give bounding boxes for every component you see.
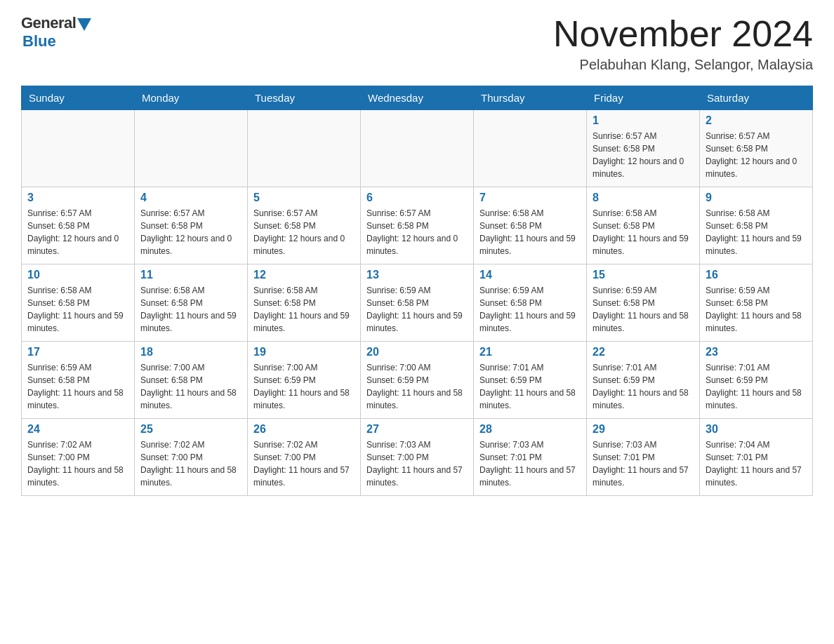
day-number: 13	[366, 269, 468, 281]
day-info: Sunrise: 7:01 AM Sunset: 6:59 PM Dayligh…	[479, 361, 581, 412]
day-info: Sunrise: 6:59 AM Sunset: 6:58 PM Dayligh…	[479, 284, 581, 335]
column-header-wednesday: Wednesday	[361, 86, 474, 110]
calendar-cell: 7Sunrise: 6:58 AM Sunset: 6:58 PM Daylig…	[474, 187, 587, 264]
calendar-cell: 17Sunrise: 6:59 AM Sunset: 6:58 PM Dayli…	[22, 342, 135, 419]
day-number: 22	[593, 346, 694, 358]
day-number: 10	[27, 269, 128, 281]
day-number: 16	[706, 269, 807, 281]
day-number: 4	[140, 192, 241, 204]
calendar-cell: 25Sunrise: 7:02 AM Sunset: 7:00 PM Dayli…	[135, 419, 248, 496]
day-info: Sunrise: 7:00 AM Sunset: 6:59 PM Dayligh…	[253, 361, 355, 412]
day-info: Sunrise: 6:57 AM Sunset: 6:58 PM Dayligh…	[366, 207, 468, 257]
calendar-cell: 10Sunrise: 6:58 AM Sunset: 6:58 PM Dayli…	[22, 264, 135, 342]
calendar-cell: 8Sunrise: 6:58 AM Sunset: 6:58 PM Daylig…	[587, 187, 700, 264]
calendar-cell: 15Sunrise: 6:59 AM Sunset: 6:58 PM Dayli…	[587, 264, 700, 342]
day-number: 9	[706, 192, 807, 204]
day-number: 19	[253, 346, 355, 358]
day-info: Sunrise: 6:59 AM Sunset: 6:58 PM Dayligh…	[366, 284, 468, 335]
calendar-cell: 19Sunrise: 7:00 AM Sunset: 6:59 PM Dayli…	[248, 342, 361, 419]
calendar-week-row: 10Sunrise: 6:58 AM Sunset: 6:58 PM Dayli…	[22, 264, 813, 342]
column-header-friday: Friday	[587, 86, 700, 110]
day-info: Sunrise: 7:03 AM Sunset: 7:01 PM Dayligh…	[479, 438, 581, 489]
logo: General Blue	[21, 14, 91, 51]
calendar-cell: 12Sunrise: 6:58 AM Sunset: 6:58 PM Dayli…	[248, 264, 361, 342]
day-info: Sunrise: 6:57 AM Sunset: 6:58 PM Dayligh…	[706, 130, 807, 180]
day-info: Sunrise: 6:58 AM Sunset: 6:58 PM Dayligh…	[253, 284, 355, 335]
calendar-cell: 28Sunrise: 7:03 AM Sunset: 7:01 PM Dayli…	[474, 419, 587, 496]
title-section: November 2024 Pelabuhan Klang, Selangor,…	[553, 14, 813, 73]
day-info: Sunrise: 6:57 AM Sunset: 6:58 PM Dayligh…	[27, 207, 128, 257]
day-number: 23	[706, 346, 807, 358]
calendar-cell: 26Sunrise: 7:02 AM Sunset: 7:00 PM Dayli…	[248, 419, 361, 496]
logo-blue-text: Blue	[22, 32, 56, 51]
calendar-cell: 27Sunrise: 7:03 AM Sunset: 7:00 PM Dayli…	[361, 419, 474, 496]
calendar-cell: 24Sunrise: 7:02 AM Sunset: 7:00 PM Dayli…	[22, 419, 135, 496]
calendar-cell: 23Sunrise: 7:01 AM Sunset: 6:59 PM Dayli…	[700, 342, 813, 419]
calendar-cell: 14Sunrise: 6:59 AM Sunset: 6:58 PM Dayli…	[474, 264, 587, 342]
day-info: Sunrise: 6:58 AM Sunset: 6:58 PM Dayligh…	[593, 207, 694, 257]
calendar-week-row: 17Sunrise: 6:59 AM Sunset: 6:58 PM Dayli…	[22, 342, 813, 419]
calendar-cell	[135, 110, 248, 187]
day-number: 5	[253, 192, 355, 204]
day-info: Sunrise: 6:57 AM Sunset: 6:58 PM Dayligh…	[140, 207, 241, 257]
day-number: 30	[706, 423, 807, 436]
column-header-saturday: Saturday	[700, 86, 813, 110]
day-info: Sunrise: 7:02 AM Sunset: 7:00 PM Dayligh…	[27, 438, 128, 489]
calendar-cell	[22, 110, 135, 187]
day-info: Sunrise: 7:04 AM Sunset: 7:01 PM Dayligh…	[706, 438, 807, 489]
column-header-thursday: Thursday	[474, 86, 587, 110]
column-header-tuesday: Tuesday	[248, 86, 361, 110]
day-info: Sunrise: 7:02 AM Sunset: 7:00 PM Dayligh…	[253, 438, 355, 489]
day-number: 27	[366, 423, 468, 436]
day-number: 6	[366, 192, 468, 204]
day-info: Sunrise: 7:03 AM Sunset: 7:00 PM Dayligh…	[366, 438, 468, 489]
calendar-cell	[474, 110, 587, 187]
calendar-header-row: SundayMondayTuesdayWednesdayThursdayFrid…	[22, 86, 813, 110]
day-number: 17	[27, 346, 128, 358]
calendar-cell: 20Sunrise: 7:00 AM Sunset: 6:59 PM Dayli…	[361, 342, 474, 419]
day-number: 7	[479, 192, 581, 204]
calendar-cell: 4Sunrise: 6:57 AM Sunset: 6:58 PM Daylig…	[135, 187, 248, 264]
calendar-cell: 3Sunrise: 6:57 AM Sunset: 6:58 PM Daylig…	[22, 187, 135, 264]
logo-triangle-icon	[77, 18, 91, 31]
day-number: 25	[140, 423, 241, 436]
calendar-cell: 6Sunrise: 6:57 AM Sunset: 6:58 PM Daylig…	[361, 187, 474, 264]
month-title: November 2024	[553, 14, 813, 54]
day-number: 3	[27, 192, 128, 204]
calendar-week-row: 24Sunrise: 7:02 AM Sunset: 7:00 PM Dayli…	[22, 419, 813, 496]
page-header: General Blue November 2024 Pelabuhan Kla…	[21, 14, 813, 73]
day-number: 28	[479, 423, 581, 436]
day-info: Sunrise: 6:57 AM Sunset: 6:58 PM Dayligh…	[253, 207, 355, 257]
day-number: 21	[479, 346, 581, 358]
calendar-cell: 5Sunrise: 6:57 AM Sunset: 6:58 PM Daylig…	[248, 187, 361, 264]
day-info: Sunrise: 6:57 AM Sunset: 6:58 PM Dayligh…	[593, 130, 694, 180]
calendar-cell: 30Sunrise: 7:04 AM Sunset: 7:01 PM Dayli…	[700, 419, 813, 496]
calendar-cell	[248, 110, 361, 187]
day-number: 24	[27, 423, 128, 436]
calendar-cell: 13Sunrise: 6:59 AM Sunset: 6:58 PM Dayli…	[361, 264, 474, 342]
day-number: 12	[253, 269, 355, 281]
calendar-cell: 22Sunrise: 7:01 AM Sunset: 6:59 PM Dayli…	[587, 342, 700, 419]
day-info: Sunrise: 7:00 AM Sunset: 6:59 PM Dayligh…	[366, 361, 468, 412]
day-info: Sunrise: 6:59 AM Sunset: 6:58 PM Dayligh…	[593, 284, 694, 335]
day-info: Sunrise: 6:59 AM Sunset: 6:58 PM Dayligh…	[706, 284, 807, 335]
column-header-monday: Monday	[135, 86, 248, 110]
calendar-week-row: 3Sunrise: 6:57 AM Sunset: 6:58 PM Daylig…	[22, 187, 813, 264]
day-number: 18	[140, 346, 241, 358]
calendar-cell: 21Sunrise: 7:01 AM Sunset: 6:59 PM Dayli…	[474, 342, 587, 419]
day-number: 14	[479, 269, 581, 281]
day-info: Sunrise: 7:00 AM Sunset: 6:58 PM Dayligh…	[140, 361, 241, 412]
day-number: 1	[593, 114, 694, 127]
day-info: Sunrise: 6:58 AM Sunset: 6:58 PM Dayligh…	[706, 207, 807, 257]
day-info: Sunrise: 7:01 AM Sunset: 6:59 PM Dayligh…	[706, 361, 807, 412]
day-number: 8	[593, 192, 694, 204]
column-header-sunday: Sunday	[22, 86, 135, 110]
calendar-cell: 11Sunrise: 6:58 AM Sunset: 6:58 PM Dayli…	[135, 264, 248, 342]
logo-general-text: General	[21, 14, 76, 32]
calendar-cell	[361, 110, 474, 187]
day-number: 11	[140, 269, 241, 281]
calendar-week-row: 1Sunrise: 6:57 AM Sunset: 6:58 PM Daylig…	[22, 110, 813, 187]
location-subtitle: Pelabuhan Klang, Selangor, Malaysia	[553, 57, 813, 73]
calendar-table: SundayMondayTuesdayWednesdayThursdayFrid…	[21, 86, 813, 496]
day-info: Sunrise: 7:01 AM Sunset: 6:59 PM Dayligh…	[593, 361, 694, 412]
